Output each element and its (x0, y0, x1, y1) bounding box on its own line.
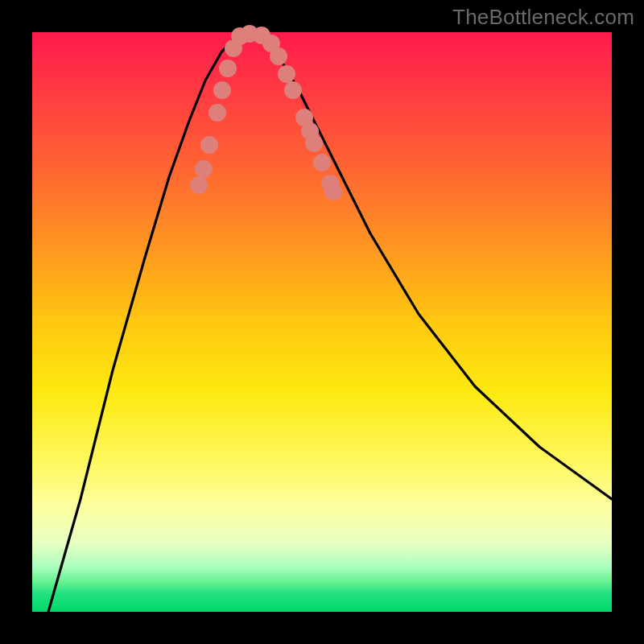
curve-layer (48, 34, 612, 612)
marker-point (200, 136, 218, 154)
series-left-curve (48, 34, 242, 612)
marker-point (208, 104, 226, 122)
chart-svg (32, 32, 612, 612)
marker-point (324, 183, 342, 200)
watermark-text: TheBottleneck.com (452, 5, 634, 30)
marker-point (195, 160, 213, 178)
marker-point (278, 65, 295, 83)
marker-point (213, 81, 231, 99)
marker-point (284, 81, 302, 99)
chart-frame: TheBottleneck.com (0, 0, 644, 644)
series-right-curve (258, 34, 612, 499)
marker-point (190, 176, 208, 194)
marker-layer (190, 25, 342, 200)
marker-point (305, 134, 323, 152)
marker-point (270, 47, 287, 65)
marker-point (219, 60, 237, 77)
marker-point (313, 154, 331, 171)
